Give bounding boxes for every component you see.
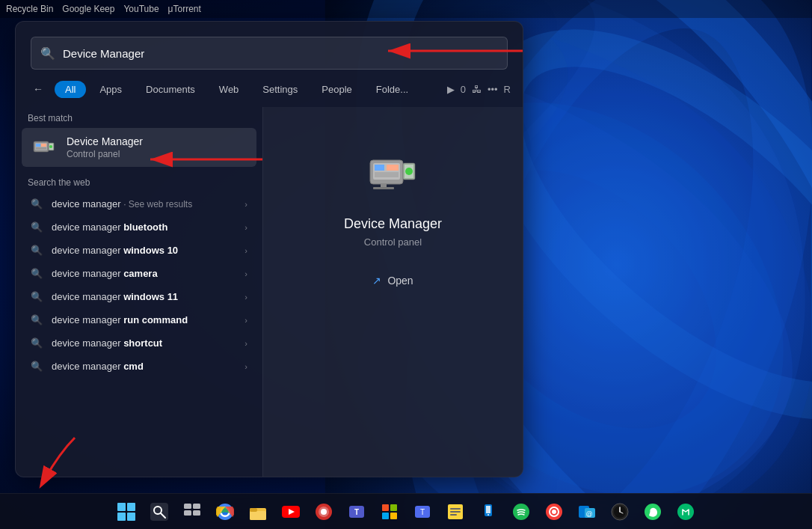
web-result-2[interactable]: 🔍 device manager bluetooth › [19, 215, 259, 239]
svg-rect-20 [387, 165, 399, 171]
taskbar-icon-12[interactable] [473, 497, 503, 527]
svg-rect-43 [250, 508, 257, 512]
web-result-chevron-1: › [244, 200, 247, 209]
svg-rect-10 [41, 144, 46, 147]
web-result-1[interactable]: 🔍 device manager · See web results › [19, 192, 259, 215]
filter-tabs: ← All Apps Documents Web Settings People… [16, 79, 523, 107]
search-arrow-annotation [366, 32, 523, 70]
best-match-item[interactable]: Device Manager Control panel [22, 128, 256, 167]
web-result-3[interactable]: 🔍 device manager windows 10 › [19, 239, 259, 262]
taskbar-icon-17[interactable] [638, 497, 668, 527]
svg-rect-42 [250, 511, 266, 520]
detail-name: Device Manager [344, 216, 442, 232]
open-action[interactable]: ↗ Open [363, 270, 422, 291]
web-result-5[interactable]: 🔍 device manager windows 11 › [19, 285, 259, 308]
svg-rect-51 [382, 504, 389, 511]
best-match-label: Best match [16, 107, 262, 128]
taskbar-icon-11[interactable] [440, 497, 470, 527]
tab-settings[interactable]: Settings [252, 81, 308, 98]
svg-rect-26 [373, 187, 394, 189]
taskbar-search[interactable] [144, 497, 174, 527]
windows-logo-icon [117, 502, 136, 522]
web-result-chevron-4: › [244, 269, 247, 278]
taskbar-chrome[interactable] [210, 497, 240, 527]
search-web-icon-5: 🔍 [31, 291, 44, 302]
tab-documents[interactable]: Documents [135, 81, 206, 98]
web-result-text-1: device manager · See web results [52, 198, 237, 210]
web-result-6[interactable]: 🔍 device manager run command › [19, 308, 259, 331]
svg-rect-9 [36, 144, 40, 147]
left-panel: Best match Device Man [16, 107, 262, 477]
taskbar-icon-16[interactable] [605, 497, 635, 527]
tab-folders[interactable]: Folde... [366, 81, 419, 98]
taskbar-cortana[interactable] [309, 497, 339, 527]
web-result-bold-2: bluetooth [123, 221, 167, 233]
taskbar-icon-13[interactable] [506, 497, 536, 527]
search-web-label: Search the web [16, 167, 262, 192]
web-result-text-5: device manager windows 11 [52, 291, 237, 302]
chrome-icon [216, 503, 234, 521]
web-result-text-3: device manager windows 10 [52, 245, 237, 256]
svg-rect-21 [375, 172, 399, 177]
svg-rect-30 [127, 513, 135, 521]
main-content: Best match Device Man [16, 107, 523, 477]
best-match-name: Device Manager [67, 135, 247, 147]
play-icon: ▶ [447, 84, 455, 95]
taskbar-icon-18[interactable] [671, 497, 701, 527]
web-result-chevron-7: › [244, 339, 247, 348]
svg-rect-36 [184, 510, 191, 516]
outlook-icon: @ [578, 503, 596, 521]
taskbar-file-explorer[interactable] [243, 497, 273, 527]
tab-web[interactable]: Web [209, 81, 250, 98]
tab-apps[interactable]: Apps [89, 81, 132, 98]
web-result-bold-7: shortcut [123, 337, 162, 349]
web-result-text-7: device manager shortcut [52, 337, 237, 349]
svg-rect-54 [390, 513, 397, 519]
svg-point-67 [552, 510, 556, 514]
taskbar-icon-8[interactable]: T [342, 497, 372, 527]
detail-icon [363, 144, 423, 204]
network-icon: 🖧 [472, 84, 482, 95]
desktop-icon-youtube[interactable]: YouTube [123, 4, 159, 14]
taskbar-youtube[interactable] [276, 497, 306, 527]
task-view-button[interactable] [177, 497, 207, 527]
cortana-icon [315, 503, 333, 521]
desktop-icon-recycle[interactable]: Recycle Bin [6, 4, 53, 14]
svg-rect-19 [375, 165, 384, 171]
web-result-4[interactable]: 🔍 device manager camera › [19, 262, 259, 285]
clock-app-icon [611, 503, 629, 521]
start-button[interactable] [111, 497, 141, 527]
sticky-notes-icon [446, 503, 464, 521]
web-result-8[interactable]: 🔍 device manager cmd › [19, 355, 259, 378]
web-result-chevron-3: › [244, 246, 247, 255]
svg-text:@: @ [585, 510, 592, 518]
svg-point-48 [321, 509, 327, 515]
desktop-icon-keep[interactable]: Google Keep [62, 4, 114, 14]
more-options-button[interactable]: ••• [487, 84, 498, 95]
web-result-bold-4: camera [123, 268, 158, 279]
svg-rect-34 [184, 504, 191, 509]
search-web-icon-8: 🔍 [31, 361, 44, 372]
device-manager-icon-small [31, 134, 58, 161]
start-menu: 🔍 Device Manager ← All Apps Documents We… [15, 21, 523, 477]
taskbar-icon-10[interactable]: T [407, 497, 437, 527]
web-result-chevron-5: › [244, 293, 247, 302]
tab-all[interactable]: All [55, 81, 86, 98]
svg-rect-52 [390, 504, 397, 511]
back-button[interactable]: ← [28, 79, 49, 100]
web-result-7[interactable]: 🔍 device manager shortcut › [19, 331, 259, 355]
desktop-icon-utorrent[interactable]: μTorrent [168, 4, 201, 14]
taskbar-icon-9[interactable] [375, 497, 405, 527]
spotify-icon [512, 503, 530, 521]
svg-point-24 [405, 168, 413, 175]
svg-rect-25 [381, 184, 387, 187]
svg-point-63 [487, 514, 489, 516]
tab-people[interactable]: People [311, 81, 362, 98]
search-icon: 🔍 [40, 46, 55, 61]
open-icon: ↗ [372, 275, 381, 287]
taskbar-icon-14[interactable] [539, 497, 569, 527]
open-label: Open [387, 275, 413, 287]
taskbar-icon-15[interactable]: @ [572, 497, 602, 527]
tab-more-area: ▶ 0 🖧 ••• R [447, 84, 511, 95]
svg-rect-27 [117, 503, 126, 511]
